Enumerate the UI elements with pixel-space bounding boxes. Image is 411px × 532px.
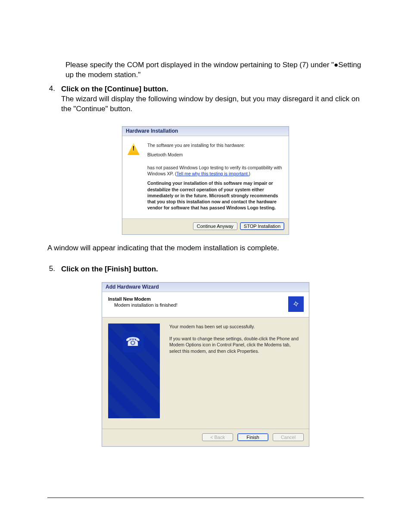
finish-button[interactable]: Finish bbox=[237, 433, 268, 441]
wizard-side-graphic: ☎ bbox=[108, 324, 160, 418]
add-hardware-wizard-dialog: Add Hardware Wizard Install New Modem Mo… bbox=[102, 282, 309, 447]
dialog-body: The software you are installing for this… bbox=[122, 136, 289, 219]
back-button[interactable]: < Back bbox=[202, 433, 233, 441]
intro-paragraph: Please specify the COM port displayed in… bbox=[65, 60, 364, 80]
dlg1-line3: has not passed Windows Logo testing to v… bbox=[147, 165, 283, 177]
dialog-button-row: < Back Finish Cancel bbox=[102, 429, 309, 446]
dialog-header-bold: Install New Modem bbox=[108, 296, 177, 302]
dialog-text: The software you are installing for this… bbox=[147, 142, 283, 211]
document-page: Please specify the COM port displayed in… bbox=[0, 0, 411, 532]
dialog-header: Install New Modem Modem installation is … bbox=[102, 292, 309, 317]
dlg2-body1: Your modem has been set up successfully. bbox=[169, 324, 303, 330]
dialog-title: Add Hardware Wizard bbox=[102, 283, 309, 292]
hardware-installation-dialog: Hardware Installation The software you a… bbox=[122, 126, 289, 235]
dlg1-line2: Bluetooth Modem bbox=[147, 152, 283, 158]
phone-icon: ☎ bbox=[125, 335, 140, 349]
step-5: 5. Click on the [Finish] button. bbox=[47, 264, 364, 274]
modem-header-icon: ✧ bbox=[288, 296, 304, 312]
step-number: 4. bbox=[47, 84, 55, 114]
dialog-body-text: Your modem has been set up successfully.… bbox=[169, 324, 303, 423]
step-body: Click on the [Finish] button. bbox=[61, 264, 364, 274]
stop-installation-button[interactable]: STOP Installation bbox=[240, 222, 284, 230]
footer-rule bbox=[47, 498, 364, 498]
dialog-body: ☎ Your modem has been set up successfull… bbox=[102, 317, 309, 429]
cancel-button[interactable]: Cancel bbox=[273, 433, 304, 441]
dlg1-line1: The software you are installing for this… bbox=[147, 142, 283, 148]
dlg1-warning-bold: Continuing your installation of this sof… bbox=[147, 180, 283, 211]
step-number: 5. bbox=[47, 264, 55, 274]
step-body: Click on the [Continue] button. The wiza… bbox=[61, 84, 364, 114]
dialog-title: Hardware Installation bbox=[122, 127, 289, 136]
dialog-header-sub: Modem installation is finished! bbox=[114, 302, 177, 308]
warning-icon bbox=[128, 143, 140, 155]
step-heading: Click on the [Finish] button. bbox=[61, 265, 158, 273]
step-text: The wizard will display the following wi… bbox=[61, 95, 360, 113]
continue-anyway-button[interactable]: Continue Anyway bbox=[193, 222, 237, 230]
step-4: 4. Click on the [Continue] button. The w… bbox=[47, 84, 364, 114]
dlg2-body2: If you want to change these settings, do… bbox=[169, 336, 303, 354]
post-step4-text: A window will appear indicating that the… bbox=[47, 243, 364, 253]
logo-testing-link[interactable]: Tell me why this testing is important. bbox=[177, 171, 249, 176]
dialog-button-row: Continue Anyway STOP Installation bbox=[122, 219, 289, 234]
step-heading: Click on the [Continue] button. bbox=[61, 85, 168, 93]
dialog-header-text: Install New Modem Modem installation is … bbox=[108, 296, 177, 308]
